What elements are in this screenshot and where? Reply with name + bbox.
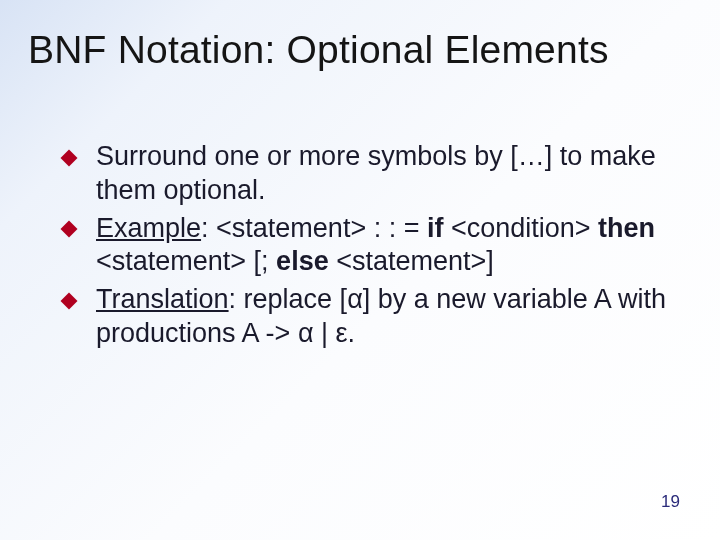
slide-body: Surround one or more symbols by […] to m…: [60, 140, 670, 355]
bullet-seg: : <statement> : : =: [201, 213, 427, 243]
page-number: 19: [661, 492, 680, 512]
bullet-item: Translation: replace [α] by a new variab…: [60, 283, 670, 351]
keyword: then: [598, 213, 655, 243]
keyword: else: [276, 246, 329, 276]
diamond-icon: [60, 220, 78, 238]
bullet-seg: <statement> [;: [96, 246, 276, 276]
greek-alpha: α: [347, 284, 363, 314]
bullet-seg: <condition>: [443, 213, 598, 243]
slide-title: BNF Notation: Optional Elements: [28, 28, 692, 72]
keyword: if: [427, 213, 444, 243]
bullet-item: Surround one or more symbols by […] to m…: [60, 140, 670, 208]
diamond-icon: [60, 292, 78, 310]
greek-alpha: α: [298, 318, 314, 348]
bullet-seg: | ε.: [314, 318, 356, 348]
diamond-icon: [60, 149, 78, 167]
bullet-seg: : replace [: [229, 284, 348, 314]
bullet-seg: <statement>]: [329, 246, 494, 276]
bullet-text: Surround one or more symbols by […] to m…: [96, 141, 656, 205]
bullet-lead: Example: [96, 213, 201, 243]
bullet-lead: Translation: [96, 284, 229, 314]
bullet-item: Example: <statement> : : = if <condition…: [60, 212, 670, 280]
slide: BNF Notation: Optional Elements Surround…: [0, 0, 720, 540]
